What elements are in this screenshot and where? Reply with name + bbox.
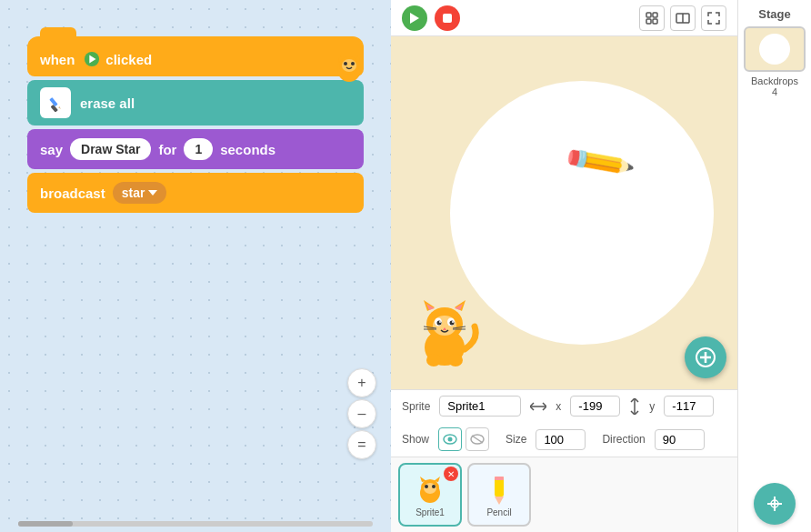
svg-rect-17	[653, 19, 657, 24]
svg-point-29	[437, 321, 442, 326]
sprite1-delete-button[interactable]: ✕	[444, 467, 458, 481]
add-sprite-button[interactable]	[685, 336, 726, 378]
broadcast-value: star	[122, 186, 145, 200]
sprite1-label: Sprite1	[416, 507, 445, 517]
sprite-info-row: Sprite x y	[391, 390, 737, 422]
zoom-controls: + – =	[347, 368, 376, 459]
y-arrows-icon	[629, 398, 640, 415]
code-scrollbar[interactable]	[18, 521, 373, 527]
sidebar: Stage Backdrops 4	[737, 0, 811, 532]
svg-rect-58	[495, 477, 504, 480]
x-arrows-icon	[530, 401, 546, 412]
say-value[interactable]: Draw Star	[70, 138, 151, 160]
toolbar-left	[402, 5, 460, 31]
view-mode-button-1[interactable]	[639, 5, 665, 31]
y-label: y	[649, 400, 655, 413]
svg-point-54	[425, 485, 428, 488]
svg-marker-57	[495, 497, 504, 505]
svg-point-32	[452, 321, 454, 323]
stage-circle	[450, 81, 714, 345]
stage-thumbnail[interactable]	[744, 26, 806, 72]
svg-marker-52	[420, 477, 426, 482]
green-flag-button[interactable]	[402, 5, 427, 31]
svg-point-7	[342, 59, 356, 72]
svg-marker-11	[355, 55, 360, 62]
add-backdrop-button[interactable]	[754, 483, 796, 525]
sprite-thumb-sprite1[interactable]: ✕ Sprite1	[398, 463, 462, 527]
show-hidden-button[interactable]	[466, 427, 489, 451]
stage-toolbar	[391, 0, 737, 36]
say-text: say	[40, 142, 63, 157]
stage-thumb-circle	[759, 34, 790, 65]
flag-icon	[82, 49, 102, 69]
view-mode-button-2[interactable]	[670, 5, 696, 31]
sprite-label: Sprite	[402, 400, 430, 413]
sprite-name-input[interactable]	[439, 396, 521, 417]
svg-point-31	[439, 321, 441, 323]
erase-all-text: erase all	[80, 95, 135, 111]
pencil-label: Pencil	[486, 507, 511, 517]
sprite-thumb-pencil[interactable]: Pencil	[467, 463, 531, 527]
right-panel: ✏️	[391, 0, 737, 532]
show-visible-button[interactable]	[438, 427, 462, 451]
svg-point-39	[448, 354, 463, 366]
svg-point-9	[351, 62, 355, 65]
svg-point-55	[432, 485, 436, 488]
broadcast-text: broadcast	[40, 186, 105, 201]
direction-input[interactable]	[655, 429, 705, 450]
erase-all-block[interactable]: erase all	[27, 80, 364, 125]
svg-point-51	[424, 483, 436, 494]
stage-label: Stage	[758, 7, 790, 21]
svg-rect-15	[653, 13, 657, 17]
direction-label: Direction	[602, 433, 645, 446]
bottom-panel: Sprite x y Show	[391, 389, 737, 532]
svg-rect-14	[646, 13, 651, 17]
svg-point-8	[344, 62, 347, 65]
broadcast-pill[interactable]: star	[113, 182, 167, 204]
clicked-text: clicked	[105, 52, 152, 67]
zoom-reset-button[interactable]: =	[347, 430, 376, 459]
stage-canvas: ✏️	[391, 36, 737, 389]
backdrops-label: Backdrops 4	[751, 75, 798, 97]
show-icons	[438, 427, 489, 451]
svg-marker-53	[434, 477, 440, 482]
say-block[interactable]: say Draw Star for 1 seconds	[27, 129, 364, 169]
code-panel: when clicked eras	[0, 0, 391, 532]
svg-line-48	[472, 436, 483, 443]
sprite-info-row-2: Show Size	[391, 422, 737, 457]
code-scrollbar-thumb	[18, 521, 73, 527]
for-text: for	[158, 142, 176, 157]
code-area-cat	[329, 45, 369, 85]
seconds-text: seconds	[220, 142, 275, 157]
size-label: Size	[506, 433, 526, 446]
svg-point-30	[450, 321, 455, 326]
svg-point-38	[426, 354, 441, 366]
svg-marker-12	[410, 13, 419, 24]
svg-marker-4	[58, 106, 61, 110]
y-input[interactable]	[664, 396, 714, 417]
show-label: Show	[402, 433, 429, 446]
x-label: x	[556, 400, 561, 413]
broadcast-block[interactable]: broadcast star	[27, 173, 364, 213]
fullscreen-button[interactable]	[701, 5, 726, 31]
chevron-down-icon	[148, 190, 157, 196]
pencil-block-icon	[40, 87, 71, 118]
cat-sprite[interactable]	[411, 295, 479, 371]
toolbar-right	[639, 5, 726, 31]
svg-rect-13	[443, 14, 452, 23]
svg-rect-16	[646, 19, 651, 24]
sprite-list: ✕ Sprite1	[391, 457, 737, 532]
when-text: when	[40, 52, 75, 67]
zoom-in-button[interactable]: +	[347, 368, 376, 397]
stop-button[interactable]	[435, 5, 460, 31]
say-seconds-value[interactable]: 1	[184, 138, 213, 160]
when-flag-clicked-block[interactable]: when clicked	[27, 36, 364, 76]
x-input[interactable]	[570, 396, 620, 417]
size-input[interactable]	[536, 429, 586, 450]
svg-marker-10	[338, 55, 343, 62]
zoom-out-button[interactable]: –	[347, 399, 376, 428]
svg-point-46	[448, 437, 453, 442]
